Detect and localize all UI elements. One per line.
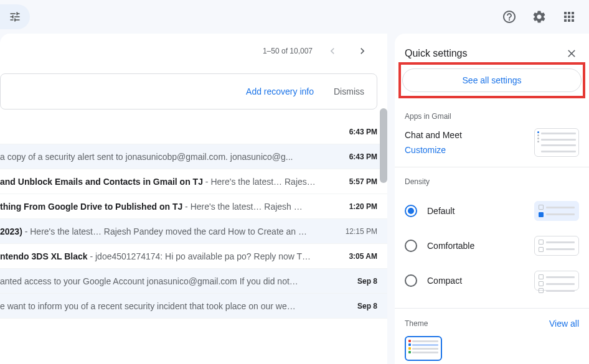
table-row[interactable]: ntendo 3DS XL Black - jdoe4501274174: Hi…: [0, 244, 387, 269]
add-recovery-link[interactable]: Add recovery info: [246, 86, 314, 96]
main-area: 1–50 of 10,007 Add recovery info Dismiss…: [0, 34, 589, 364]
next-page-button[interactable]: [352, 41, 372, 61]
chat-meet-label: Chat and Meet: [405, 130, 462, 140]
radio[interactable]: [405, 274, 417, 287]
density-option-default[interactable]: Default: [405, 194, 579, 228]
scrollbar[interactable]: [380, 108, 387, 183]
email-time: 1:20 PM: [349, 202, 377, 211]
topbar-right: [497, 4, 582, 29]
theme-thumbnail[interactable]: [405, 336, 442, 361]
density-preview: [534, 271, 579, 291]
topbar: [0, 0, 589, 34]
inbox-area: 1–50 of 10,007 Add recovery info Dismiss…: [0, 34, 387, 364]
density-section: Density Default Comfortable: [395, 167, 589, 309]
theme-section: Theme View all: [395, 309, 589, 364]
email-snippet: a copy of a security alert sent to jonas…: [0, 152, 339, 162]
section-title: Density: [405, 177, 579, 186]
section-title: Apps in Gmail: [405, 112, 579, 121]
chat-preview-thumb: [534, 128, 579, 157]
prev-page-button[interactable]: [323, 41, 342, 61]
apps-button[interactable]: [557, 4, 582, 29]
email-time: 5:57 PM: [349, 177, 377, 186]
email-snippet: ntendo 3DS XL Black - jdoe4501274174: Hi…: [0, 251, 339, 261]
email-time: 3:05 AM: [349, 252, 377, 261]
table-row[interactable]: e want to inform you of a recent securit…: [0, 294, 387, 319]
radio[interactable]: [405, 240, 417, 252]
see-all-wrapper: See all settings: [395, 68, 589, 102]
density-preview: [534, 236, 579, 256]
email-time: 6:43 PM: [349, 152, 377, 161]
chevron-left-icon: [326, 45, 339, 57]
inbox-header: 1–50 of 10,007: [0, 34, 387, 68]
dismiss-button[interactable]: Dismiss: [334, 86, 364, 96]
radio-selected[interactable]: [405, 205, 417, 217]
pagination-text: 1–50 of 10,007: [263, 47, 313, 55]
chat-meet-row: Chat and Meet Customize: [405, 128, 579, 157]
section-title: Theme: [405, 319, 428, 328]
table-row[interactable]: 2023) - Here's the latest… Rajesh Pandey…: [0, 219, 387, 244]
email-time: 6:43 PM: [349, 128, 377, 136]
topbar-left: [7, 4, 30, 29]
email-time: 12:15 PM: [346, 227, 377, 236]
apps-section: Apps in Gmail Chat and Meet Customize: [395, 102, 589, 167]
recovery-banner: Add recovery info Dismiss: [0, 73, 377, 110]
density-preview: [534, 201, 579, 221]
customize-link[interactable]: Customize: [405, 145, 446, 155]
density-label: Compact: [427, 276, 462, 286]
email-time: Sep 8: [357, 302, 377, 310]
filter-button[interactable]: [0, 4, 30, 29]
settings-header: Quick settings: [395, 44, 589, 68]
email-time: Sep 8: [357, 277, 377, 286]
email-snippet: thing From Google Drive to Published on …: [0, 202, 339, 212]
density-option-compact[interactable]: Compact: [405, 263, 579, 298]
close-icon: [565, 47, 578, 60]
email-snippet: and Unblock Emails and Contacts in Gmail…: [0, 177, 339, 187]
chevron-right-icon: [356, 45, 369, 57]
email-snippet: e want to inform you of a recent securit…: [0, 301, 347, 311]
tune-icon: [9, 11, 21, 23]
gear-icon: [532, 9, 547, 24]
see-all-settings-button[interactable]: See all settings: [402, 68, 582, 92]
settings-button[interactable]: [527, 4, 552, 29]
email-list: 6:43 PM a copy of a security alert sent …: [0, 119, 387, 319]
table-row[interactable]: a copy of a security alert sent to jonas…: [0, 144, 387, 169]
help-icon: [502, 9, 517, 24]
close-button[interactable]: [564, 46, 579, 61]
density-label: Comfortable: [427, 241, 474, 251]
settings-title: Quick settings: [405, 48, 467, 59]
density-label: Default: [427, 206, 455, 216]
email-snippet: 2023) - Here's the latest… Rajesh Pandey…: [0, 226, 336, 236]
density-option-comfortable[interactable]: Comfortable: [405, 228, 579, 263]
help-button[interactable]: [497, 4, 522, 29]
view-all-link[interactable]: View all: [549, 319, 579, 329]
quick-settings-panel: Quick settings See all settings Apps in …: [395, 34, 589, 364]
theme-header: Theme View all: [405, 319, 579, 329]
email-snippet: anted access to your Google Account jona…: [0, 276, 347, 286]
table-row[interactable]: and Unblock Emails and Contacts in Gmail…: [0, 169, 387, 194]
table-row[interactable]: 6:43 PM: [0, 119, 387, 144]
table-row[interactable]: anted access to your Google Account jona…: [0, 269, 387, 294]
table-row[interactable]: thing From Google Drive to Published on …: [0, 194, 387, 219]
apps-grid-icon: [562, 9, 577, 24]
